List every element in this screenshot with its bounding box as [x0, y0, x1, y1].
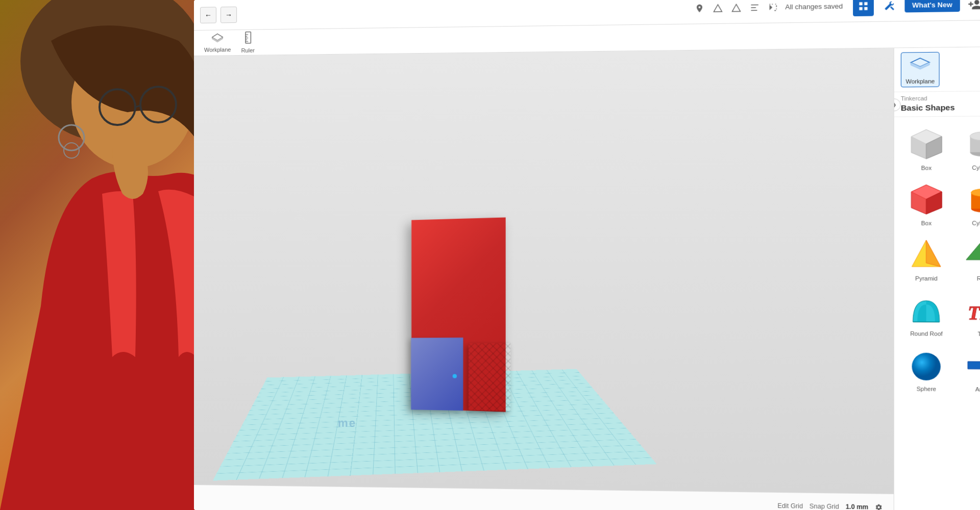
- bottom-bar: Edit Grid Snap Grid 1.0 mm: [194, 484, 894, 510]
- whats-new-button[interactable]: What's New: [904, 0, 960, 12]
- edit-grid-button[interactable]: Edit Grid: [777, 502, 803, 509]
- align-icon[interactable]: [747, 0, 763, 15]
- pyramid-yellow-icon: [907, 236, 946, 273]
- triangle1-icon[interactable]: [710, 1, 726, 15]
- arrow-blue-icon: [964, 347, 980, 385]
- svg-marker-39: [926, 240, 940, 266]
- toolbar-right: All changes saved What's New: [785, 0, 980, 17]
- panel-header-wrapper: Tinkercad Basic Shapes ▾ ❯: [894, 91, 980, 117]
- workplane-button[interactable]: Workplane: [200, 31, 235, 55]
- mirror-icon[interactable]: [766, 0, 781, 15]
- screen: ☆ ⋮ ← →: [194, 0, 980, 510]
- svg-marker-40: [966, 240, 980, 260]
- panel-source: Tinkercad: [901, 94, 980, 101]
- settings-small-icon[interactable]: [875, 503, 883, 510]
- workplane-tool[interactable]: Workplane: [901, 52, 940, 88]
- shape-label-arrow-blue: Arrow: [975, 386, 980, 393]
- shape-item-roof-green[interactable]: Roof: [957, 233, 980, 285]
- hammer-icon-button[interactable]: [879, 0, 899, 15]
- shape-label-sphere-blue: Sphere: [917, 386, 936, 392]
- shape-item-text-red[interactable]: TEXT Text: [957, 288, 980, 341]
- pin-icon[interactable]: [692, 1, 707, 15]
- orange-block-object[interactable]: [469, 343, 510, 411]
- triangle2-icon[interactable]: [729, 0, 744, 15]
- blue-door-object[interactable]: [411, 338, 463, 411]
- right-panel: Workplane: [894, 47, 980, 510]
- canvas-watermark: me: [338, 417, 356, 430]
- back-button[interactable]: ←: [200, 7, 216, 23]
- svg-rect-8: [751, 7, 756, 8]
- svg-marker-45: [968, 353, 980, 377]
- toolbar-center: [692, 0, 781, 16]
- shape-label-box-red: Box: [921, 220, 932, 226]
- shape-label-text-red: Text: [977, 330, 980, 337]
- box-gray-icon: [907, 125, 946, 163]
- shape-item-box-red[interactable]: Box: [900, 177, 953, 230]
- door-handle: [453, 374, 457, 378]
- cylinder-gray-icon: [964, 125, 980, 163]
- workplane-icon: [211, 33, 224, 45]
- shape-item-cylinder-orange[interactable]: Cylinder: [957, 177, 980, 230]
- app-container: ☆ ⋮ ← →: [0, 0, 980, 510]
- shape-item-pyramid-yellow[interactable]: Pyramid: [900, 233, 953, 285]
- action-group-transform: Workplane Ruler: [200, 29, 259, 56]
- shape-label-roof-green: Roof: [977, 275, 980, 282]
- shape-item-round-roof-teal[interactable]: Round Roof: [900, 288, 953, 340]
- text-red-icon: TEXT: [964, 291, 980, 328]
- shape-item-arrow-blue[interactable]: Arrow: [957, 343, 980, 396]
- toolbar-left: ← →: [200, 0, 688, 23]
- canvas-area[interactable]: me Edit Grid Snap Grid 1.0 mm: [194, 48, 894, 510]
- back-icon: ←: [205, 11, 212, 19]
- box-red-icon: [907, 181, 946, 218]
- shape-item-box-gray[interactable]: Box: [900, 122, 953, 174]
- view-toggle-button[interactable]: [853, 0, 874, 16]
- chevron-right-icon: ❯: [894, 101, 896, 108]
- shape-label-cylinder-gray: Cylinder: [972, 164, 980, 171]
- svg-text:TEXT: TEXT: [968, 302, 980, 323]
- round-roof-teal-icon: [907, 291, 946, 328]
- add-user-button[interactable]: [966, 0, 980, 14]
- workplane-label: Workplane: [204, 46, 231, 53]
- ruler-button[interactable]: Ruler: [237, 29, 258, 56]
- shape-label-pyramid-yellow: Pyramid: [915, 275, 938, 282]
- snap-grid-label: Snap Grid: [810, 502, 839, 510]
- ruler-tool[interactable]: Ruler: [978, 52, 980, 86]
- main-area: me Edit Grid Snap Grid 1.0 mm: [194, 47, 980, 510]
- objects-container: [348, 150, 611, 412]
- shape-label-round-roof-teal: Round Roof: [910, 330, 943, 337]
- panel-title: Basic Shapes: [901, 103, 955, 112]
- ruler-label: Ruler: [241, 47, 255, 54]
- svg-point-44: [912, 352, 940, 380]
- shape-item-cylinder-gray[interactable]: Cylinder: [957, 121, 980, 174]
- shapes-grid: Box Cylinder: [894, 116, 980, 401]
- roof-green-icon: [964, 236, 980, 273]
- workplane-tool-label: Workplane: [906, 78, 935, 85]
- workplane-tool-icon: [909, 55, 931, 76]
- cylinder-orange-icon: [964, 181, 980, 218]
- snap-value: 1.0 mm: [846, 503, 868, 510]
- panel-tools: Workplane: [894, 47, 980, 92]
- forward-icon: →: [225, 10, 232, 18]
- ruler-icon: [243, 32, 253, 46]
- forward-button[interactable]: →: [220, 6, 237, 23]
- svg-rect-7: [751, 4, 758, 5]
- shape-item-sphere-blue[interactable]: Sphere: [900, 343, 953, 396]
- panel-header: Tinkercad Basic Shapes ▾: [894, 91, 980, 117]
- shape-label-box-gray: Box: [921, 165, 932, 171]
- svg-rect-9: [751, 10, 757, 11]
- shape-label-cylinder-orange: Cylinder: [972, 220, 980, 226]
- whats-new-label: What's New: [912, 1, 952, 9]
- save-status: All changes saved: [785, 2, 843, 11]
- sphere-blue-icon: [907, 346, 946, 384]
